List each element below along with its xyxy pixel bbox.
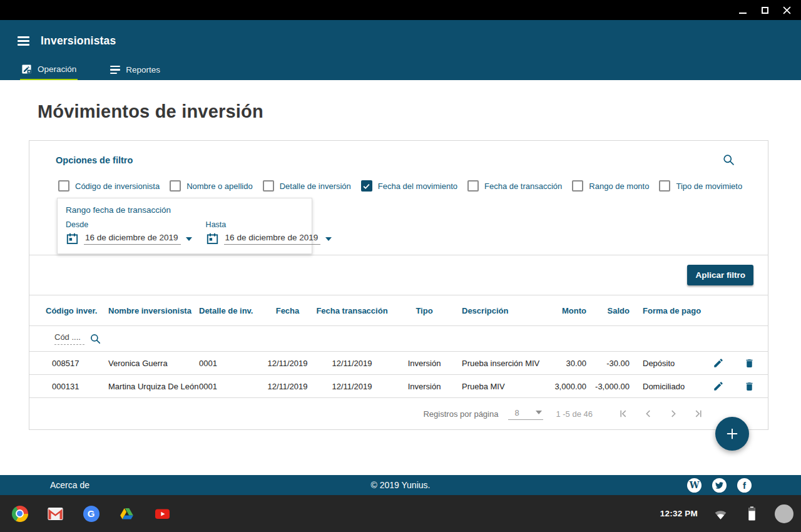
checkbox-label: Nombre o apellido: [186, 182, 253, 191]
clock[interactable]: 12:32 PM: [660, 509, 698, 518]
column-header: Detalle de inv.: [199, 306, 264, 315]
table-row[interactable]: 000131 Martina Urquiza De León 0001 12/1…: [29, 375, 768, 398]
checkbox-icon[interactable]: [170, 180, 181, 192]
chrome-icon[interactable]: [11, 505, 28, 522]
filter-checkbox-codigo-inversionista[interactable]: Código de inversionista: [58, 180, 160, 192]
calendar-icon[interactable]: [66, 232, 79, 245]
date-from-group: Desde 16 de diciembre de 2019: [66, 220, 192, 245]
close-icon[interactable]: [782, 6, 791, 14]
filter-checkbox-nombre-apellido[interactable]: Nombre o apellido: [170, 180, 253, 192]
wordpress-icon[interactable]: W: [687, 478, 702, 493]
column-header: Código inver.: [29, 306, 108, 315]
cell-codigo: 000131: [29, 382, 108, 391]
date-range-title: Rango fecha de transacción: [66, 205, 304, 215]
chevron-down-icon: [536, 411, 542, 414]
delete-icon[interactable]: [744, 358, 755, 369]
checkbox-icon[interactable]: [263, 180, 274, 192]
add-movement-fab[interactable]: [715, 417, 749, 451]
search-icon[interactable]: [89, 333, 101, 345]
screen: Inversionistas Operación Repor: [0, 0, 801, 532]
pagination-bar: Registros por página 8 1 -5 de 46: [29, 398, 768, 429]
date-to-value[interactable]: 16 de diciembre de 2019: [224, 233, 321, 245]
cell-codigo: 008517: [29, 359, 108, 368]
checkbox-label: Fecha de transacción: [484, 182, 562, 191]
page-title: Móvimientos de inversión: [38, 101, 801, 122]
filter-checkbox-rango-monto[interactable]: Rango de monto: [572, 180, 649, 192]
next-page-icon[interactable]: [666, 407, 680, 421]
column-header: Fecha transacción: [311, 306, 393, 315]
filter-checkbox-detalle-inversion[interactable]: Detalle de inversión: [263, 180, 351, 192]
cell-nombre: Martina Urquiza De León: [108, 382, 199, 391]
codigo-filter-input[interactable]: Cód ....: [54, 332, 84, 345]
tab-reportes[interactable]: Reportes: [110, 65, 160, 80]
date-from-value[interactable]: 16 de diciembre de 2019: [84, 233, 181, 245]
date-to-group: Hasta 16 de diciembre de 2019: [206, 220, 332, 245]
cell-descripcion: Prueba MIV: [456, 382, 552, 391]
tab-label: Operación: [38, 64, 76, 74]
per-page-select[interactable]: 8: [508, 408, 543, 420]
edit-icon[interactable]: [713, 357, 724, 369]
date-range-panel: Rango fecha de transacción Desde 16 de d…: [57, 198, 312, 254]
cell-fecha-transaccion: 12/11/2019: [311, 359, 393, 368]
delete-icon[interactable]: [744, 381, 755, 392]
checkbox-icon[interactable]: [659, 180, 670, 192]
chevron-down-icon[interactable]: [325, 237, 332, 241]
apply-filter-button[interactable]: Aplicar filtro: [687, 265, 753, 285]
checkbox-label: Rango de monto: [589, 182, 649, 191]
tab-label: Reportes: [126, 65, 160, 74]
cell-detalle: 0001: [199, 382, 264, 391]
movements-card: Opciones de filtro Código de inversionis…: [29, 140, 768, 430]
column-header: Nombre inversionista: [108, 306, 199, 315]
previous-page-icon[interactable]: [641, 407, 655, 421]
app-launcher-icon[interactable]: [190, 505, 207, 522]
filter-checkbox-fecha-transaccion[interactable]: Fecha de transacción: [467, 180, 562, 192]
checkbox-icon[interactable]: [58, 180, 69, 192]
cell-fecha-transaccion: 12/11/2019: [311, 382, 393, 391]
first-page-icon[interactable]: [616, 407, 630, 421]
cell-detalle: 0001: [199, 359, 264, 368]
filter-checkbox-fecha-movimiento[interactable]: Fecha del movimiento: [361, 180, 457, 192]
column-header: Monto: [552, 306, 586, 315]
facebook-icon[interactable]: f: [737, 478, 752, 493]
battery-icon[interactable]: [743, 505, 760, 522]
filter-options-title: Opciones de filtro: [56, 155, 133, 165]
date-to-label: Hasta: [206, 220, 332, 229]
search-icon[interactable]: [722, 153, 735, 166]
checkbox-label: Tipo de movimieto: [676, 182, 742, 191]
checkbox-label: Código de inversionista: [75, 182, 160, 191]
checkbox-icon[interactable]: [361, 180, 372, 192]
per-page-label: Registros por página: [423, 409, 498, 419]
chevron-down-icon[interactable]: [186, 237, 192, 241]
checkbox-icon[interactable]: [572, 180, 583, 192]
cell-monto: 3,000.00: [552, 382, 586, 391]
main-content: Móvimientos de inversión Opciones de fil…: [0, 80, 801, 475]
maximize-icon[interactable]: [760, 6, 769, 14]
wifi-icon[interactable]: [712, 505, 729, 522]
last-page-icon[interactable]: [691, 407, 705, 421]
menu-icon[interactable]: [16, 35, 31, 46]
twitter-icon[interactable]: [712, 478, 727, 493]
cell-forma-pago: Domiciliado: [630, 382, 712, 391]
filter-options-section: Opciones de filtro Código de inversionis…: [29, 141, 768, 255]
cell-fecha: 12/11/2019: [264, 359, 311, 368]
about-link[interactable]: Acerca de: [50, 480, 89, 490]
cell-tipo: Inversión: [393, 382, 456, 391]
drive-icon[interactable]: [118, 505, 135, 522]
cell-nombre: Veronica Guerra: [108, 359, 199, 368]
edit-icon[interactable]: [713, 381, 724, 392]
gmail-icon[interactable]: [47, 505, 64, 522]
tab-operacion[interactable]: Operación: [21, 64, 76, 80]
avatar[interactable]: [775, 504, 793, 523]
youtube-icon[interactable]: [154, 505, 171, 522]
app-header: Inversionistas Operación Repor: [0, 20, 801, 80]
minimize-icon[interactable]: [738, 6, 747, 14]
google-icon[interactable]: G: [83, 505, 99, 522]
checkbox-icon[interactable]: [467, 180, 479, 192]
page-footer: Acerca de © 2019 Yunius. W f: [0, 475, 801, 495]
calendar-icon[interactable]: [206, 232, 219, 245]
filter-checkbox-tipo-movimiento[interactable]: Tipo de movimieto: [659, 180, 742, 192]
cell-descripcion: Prueba inserción MIV: [456, 359, 552, 368]
cell-fecha: 12/11/2019: [264, 382, 311, 391]
checkbox-label: Fecha del movimiento: [378, 182, 457, 191]
table-row[interactable]: 008517 Veronica Guerra 0001 12/11/2019 1…: [29, 352, 768, 375]
